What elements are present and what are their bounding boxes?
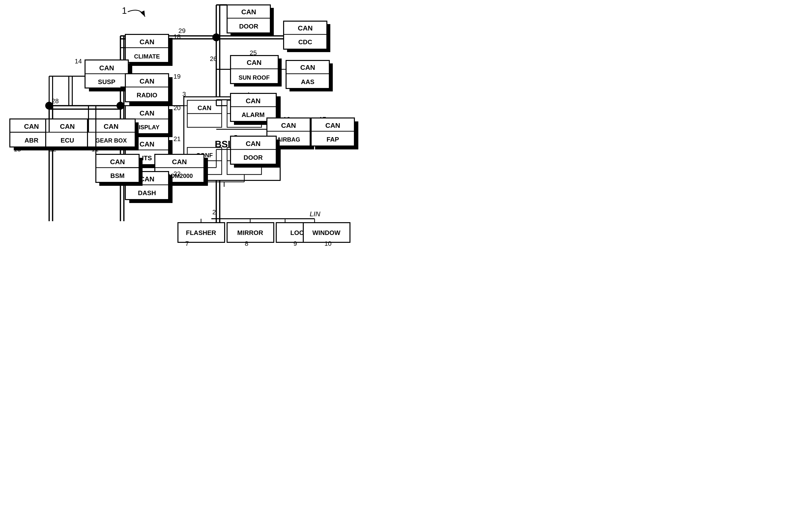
airbag-label: AIRBAG — [277, 136, 300, 143]
window-label: WINDOW — [312, 229, 341, 236]
lin-label: LIN — [310, 210, 321, 218]
fap-label: FAP — [327, 136, 339, 143]
com2000-can-label: CAN — [172, 158, 187, 166]
display-can-label: CAN — [140, 109, 155, 117]
door-top-label: DOOR — [239, 23, 258, 30]
cdc-label: CDC — [299, 38, 312, 46]
main-svg: 1 CAN DOOR 23 CAN CDC 29 — [0, 0, 812, 523]
susp-label: SUSP — [98, 78, 115, 86]
ref-18-text: 18 — [174, 33, 181, 40]
climate-can-label: CAN — [140, 38, 155, 46]
sunroof-label: SUN ROOF — [239, 74, 270, 81]
abr-label: ABR — [24, 137, 39, 144]
susp-can-label: CAN — [99, 64, 114, 72]
fap-can-label: CAN — [325, 122, 340, 129]
radio-can-label: CAN — [140, 77, 155, 85]
airbag-can-label: CAN — [281, 122, 296, 129]
ref-2-text: 2 — [212, 209, 216, 216]
door-mid-label: DOOR — [243, 154, 263, 161]
ref-9-text: 9 — [293, 240, 297, 247]
ref-22-text: 22 — [174, 170, 181, 177]
ref-10-text: 10 — [324, 240, 331, 247]
diagram-ref-1: 1 — [122, 6, 127, 16]
mirror-label: MIRROR — [237, 229, 263, 236]
abr-can-label: CAN — [24, 123, 39, 130]
ecu-label: ECU — [61, 137, 74, 144]
ref-14-text: 14 — [75, 57, 82, 65]
climate-label: CLIMATE — [134, 53, 160, 60]
bsm-label: BSM — [110, 172, 125, 179]
dash-label: DASH — [138, 189, 156, 197]
door-mid-can-label: CAN — [246, 140, 261, 147]
gearbox-can-label: CAN — [104, 123, 119, 130]
alarm-label: ALARM — [241, 111, 265, 119]
bsm-can-label: CAN — [110, 158, 125, 166]
its-can-label: CAN — [140, 140, 155, 148]
bsi-can-left: CAN — [198, 104, 211, 112]
ref-19-text: 19 — [174, 73, 181, 80]
door-top-can-label: CAN — [241, 8, 256, 16]
ecu-can-label: CAN — [60, 123, 75, 130]
aas-label: AAS — [301, 78, 314, 86]
ref-8-text: 8 — [245, 240, 248, 247]
alarm-can-label: CAN — [246, 97, 261, 105]
radio-label: RADIO — [137, 91, 157, 99]
aas-can-label: CAN — [300, 64, 315, 71]
flasher-label: FLASHER — [186, 229, 216, 236]
ref-21-text: 21 — [174, 135, 181, 143]
cdc-can-label: CAN — [298, 24, 313, 32]
ref-11-text: 11 — [91, 145, 98, 153]
sunroof-can-label: CAN — [247, 59, 262, 66]
its-label: ITS — [142, 154, 152, 162]
ref-12-text: 12 — [49, 145, 56, 153]
ref-7-text: 7 — [185, 240, 189, 247]
gearbox-label: GEAR BOX — [95, 137, 127, 144]
ref-13-text: 13 — [14, 145, 21, 153]
